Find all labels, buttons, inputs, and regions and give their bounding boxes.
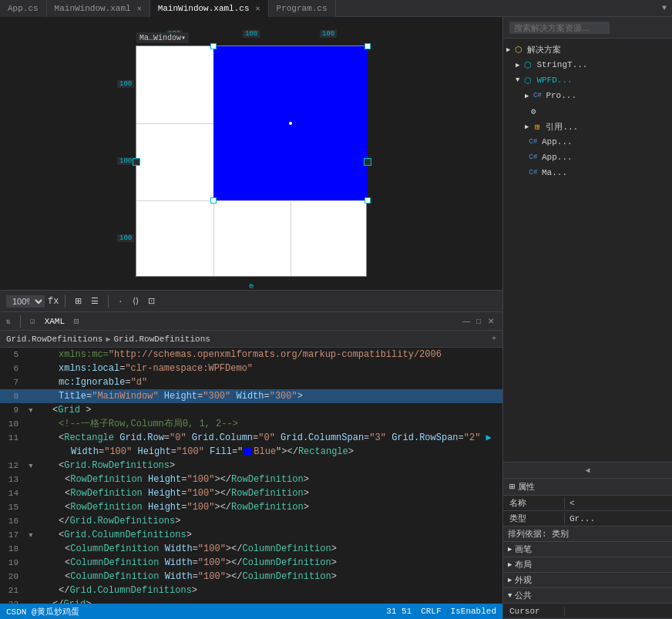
sol-item-wpfd[interactable]: ▼ ⬡ WPFD... <box>503 72 672 88</box>
props-title: 属性 <box>518 481 535 493</box>
line-num-10: 10 <box>0 419 25 429</box>
code-line-8: 8 Title="MainWindow" Height="300" Width=… <box>0 389 502 403</box>
line-content-13[interactable]: <RowDefinition Height="100"></RowDefinit… <box>37 473 502 486</box>
grid-view-btn[interactable]: ⊞ <box>72 294 85 308</box>
breadcrumb-right: Grid.RowDefinitions <box>113 335 210 344</box>
line-num-15: 15 <box>0 503 25 512</box>
tab-mainwindow-cs[interactable]: MainWindow.xaml.cs ✕ <box>150 0 269 17</box>
line-content-11b[interactable]: Width="100" Height="100" Fill="Blue"></R… <box>37 445 502 459</box>
line-content-7[interactable]: mc:Ignorable="d" <box>37 375 502 389</box>
breadcrumb-expand[interactable]: + <box>492 335 496 343</box>
window-title-label: Ma…Window▾ <box>136 32 189 43</box>
appearance-arrow-icon: ▶ <box>508 576 512 584</box>
sol-arrow-string: ▶ <box>516 61 519 69</box>
panel-restore-btn[interactable]: □ <box>473 316 484 327</box>
app2-icon: C# <box>528 152 539 163</box>
blue-rectangle[interactable] <box>213 46 368 200</box>
close-icon[interactable]: ✕ <box>137 4 142 13</box>
line-content-8[interactable]: Title="MainWindow" Height="300" Width="3… <box>37 389 502 403</box>
sol-label-app1: App... <box>542 137 573 146</box>
main-layout: 100 100 100 100 100 100 Ma…Window▾ <box>0 17 672 619</box>
line-content-22[interactable]: </Grid> <box>37 597 502 604</box>
line-num-13: 13 <box>0 475 25 484</box>
list-view-btn[interactable]: ☰ <box>88 294 102 308</box>
line-content-5[interactable]: xmlns:mc="http://schemas.openxmlformats.… <box>37 348 502 362</box>
zoom-select[interactable]: 100% <box>6 295 45 308</box>
tab-scroll-arrow[interactable]: ▼ <box>657 0 672 17</box>
line-content-14[interactable]: <RowDefinition Height="100"></RowDefinit… <box>37 486 502 500</box>
handle-outer-r[interactable] <box>364 158 371 166</box>
line-content-12[interactable]: <Grid.RowDefinitions> <box>37 459 502 473</box>
line-content-17[interactable]: <Grid.ColumnDefinitions> <box>37 528 502 542</box>
prop-row-type: 类型 Gr... <box>503 511 672 526</box>
designer-canvas[interactable]: 100 100 100 100 100 100 Ma…Window▾ <box>136 45 367 277</box>
handle-mr[interactable] <box>365 197 371 204</box>
design-area: 100 100 100 100 100 100 Ma…Window▾ <box>0 17 502 291</box>
ma-icon: C# <box>528 167 539 178</box>
handle-outer-l[interactable] <box>133 158 140 166</box>
line-content-21[interactable]: </Grid.ColumnDefinitions> <box>37 584 502 597</box>
panel-close-btn[interactable]: ✕ <box>486 316 496 327</box>
zoom-fit-btn[interactable]: ⊡ <box>145 294 158 308</box>
fold-icon-17[interactable]: ▼ <box>29 532 32 540</box>
line-content-15[interactable]: <RowDefinition Height="100"></RowDefinit… <box>37 500 502 514</box>
line-content-16[interactable]: </Grid.RowDefinitions> <box>37 514 502 528</box>
code-line-22: 22 </Grid> <box>0 597 502 604</box>
handle-tr[interactable] <box>365 43 371 49</box>
close-icon[interactable]: ✕ <box>256 4 260 13</box>
tab-appcs[interactable]: App.cs <box>0 0 47 17</box>
wpf-window[interactable]: Ma…Window▾ <box>136 45 367 277</box>
line-content-6[interactable]: xmlns:local="clr-namespace:WPFDemo" <box>37 362 502 375</box>
tab-programcs[interactable]: Program.cs <box>269 0 336 17</box>
code-line-18: 18 <ColumnDefinition Width="100"></Colum… <box>0 542 502 556</box>
sol-item-ma[interactable]: C# Ma... <box>503 165 672 180</box>
sol-item-app1[interactable]: C# App... <box>503 134 672 150</box>
tab-xaml[interactable]: XAML <box>42 315 68 328</box>
sol-item-gear[interactable]: ⚙ <box>503 103 672 119</box>
sol-item-ref[interactable]: ▶ ⊞ 引用... <box>503 119 672 134</box>
tab-mainwindow-xaml[interactable]: MainWindow.xaml ✕ <box>47 0 150 17</box>
code-line-11a: 11 <Rectangle Grid.Row="0" Grid.Column="… <box>0 431 502 445</box>
sol-item-app2[interactable]: C# App... <box>503 150 672 165</box>
handle-tl[interactable] <box>210 43 217 49</box>
tab-label: MainWindow.xaml.cs <box>158 4 250 13</box>
fx-icon[interactable]: fx <box>48 296 59 307</box>
line-content-18[interactable]: <ColumnDefinition Width="100"></ColumnDe… <box>37 542 502 556</box>
status-line: 31 51 <box>386 607 412 616</box>
panel-collapse-btn[interactable]: — <box>461 316 472 327</box>
line-content-20[interactable]: <ColumnDefinition Width="100"></ColumnDe… <box>37 570 502 584</box>
line-content-11a[interactable]: <Rectangle Grid.Row="0" Grid.Column="0" … <box>37 431 502 445</box>
align-left-btn[interactable]: ⬝ <box>115 295 126 308</box>
prop-section-public[interactable]: ▼ 公共 <box>503 588 672 604</box>
sort-row[interactable]: 排列依据: 类别 <box>503 526 672 542</box>
view-toggle-icon[interactable]: ⇅ <box>6 317 11 326</box>
prop-section-appearance[interactable]: ▶ 外观 <box>503 573 672 588</box>
prop-section-layout[interactable]: ▶ 布局 <box>503 557 672 573</box>
prop-name-label: 名称 <box>503 497 565 509</box>
line-num-11a: 11 <box>0 433 25 442</box>
line-content-19[interactable]: <ColumnDefinition Width="100"></ColumnDe… <box>37 556 502 570</box>
line-content-9[interactable]: <Grid > <box>37 403 502 417</box>
solution-search-input[interactable] <box>509 22 610 34</box>
xaml-expand-icon[interactable]: ⊡ <box>74 316 79 326</box>
fold-icon-9[interactable]: ▼ <box>29 407 32 415</box>
pro-icon: C# <box>532 90 543 101</box>
toolbar-sep-1 <box>65 295 66 308</box>
code-line-16: 16 </Grid.RowDefinitions> <box>0 514 502 528</box>
code-line-11b: Width="100" Height="100" Fill="Blue"></R… <box>0 445 502 459</box>
breadcrumb-left: Grid.RowDefinitions <box>6 335 102 344</box>
sol-arrow-pro: ▶ <box>525 92 529 100</box>
expand-btn[interactable]: ◀ <box>503 462 672 479</box>
sol-item-pro[interactable]: ▶ C# Pro... <box>503 88 672 103</box>
sol-item-string[interactable]: ▶ ⬡ StringT... <box>503 57 672 72</box>
line-content-10[interactable]: <!--一格子Row,Column布局0, 1, 2--> <box>37 417 502 431</box>
handle-ml[interactable] <box>210 197 217 204</box>
sol-arrow-wpfd: ▼ <box>516 76 519 84</box>
sol-item-solution[interactable]: ▶ ⬡ 解决方案 <box>503 42 672 57</box>
fold-icon-12[interactable]: ▼ <box>29 463 32 470</box>
line-num-12: 12 <box>0 461 25 470</box>
prop-section-brush[interactable]: ▶ 画笔 <box>503 542 672 557</box>
grid-line-h2 <box>136 200 366 201</box>
snap-btn[interactable]: ⟨⟩ <box>129 294 142 308</box>
line-gutter-17: ▼ <box>25 532 37 540</box>
